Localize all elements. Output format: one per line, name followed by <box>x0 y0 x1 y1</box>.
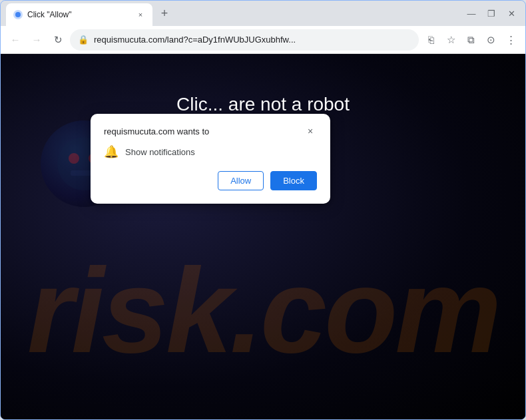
reload-button[interactable]: ↻ <box>49 31 67 49</box>
tab-favicon <box>13 9 23 20</box>
close-button[interactable]: ✕ <box>503 5 520 22</box>
share-button[interactable]: ⎗ <box>421 31 440 49</box>
svg-point-3 <box>69 153 79 164</box>
dialog-buttons: Allow Block <box>104 171 317 190</box>
tab-close-button[interactable]: × <box>135 9 146 20</box>
browser-content: Clic... are not a robot risk.com requism… <box>1 54 525 419</box>
toolbar-actions: ⎗ ☆ ⧉ ⊙ ⋮ <box>421 31 520 49</box>
dialog-header: requismucuta.com wants to × <box>104 124 317 138</box>
browser-toolbar: ← → ↻ 🔒 requismucuta.com/land?c=aDy1fnWU… <box>1 26 525 54</box>
address-bar[interactable]: 🔒 requismucuta.com/land?c=aDy1fnWUbJUGxu… <box>70 29 419 51</box>
minimize-button[interactable]: — <box>463 5 480 22</box>
new-tab-button[interactable]: + <box>155 4 174 23</box>
watermark-text: risk.com <box>27 242 499 379</box>
window-controls: — ❐ ✕ <box>463 5 520 22</box>
notification-dialog: requismucuta.com wants to × 🔔 Show notif… <box>91 114 330 204</box>
svg-point-1 <box>15 12 21 17</box>
forward-button[interactable]: → <box>27 31 46 49</box>
tab-title: Click "Allow" <box>27 10 131 19</box>
block-button[interactable]: Block <box>270 171 317 190</box>
splitscreen-button[interactable]: ⧉ <box>461 31 480 49</box>
notification-label: Show notifications <box>125 147 195 157</box>
maximize-button[interactable]: ❐ <box>483 5 500 22</box>
url-text: requismucuta.com/land?c=aDy1fnWUbJUGxubh… <box>94 35 411 45</box>
menu-button[interactable]: ⋮ <box>501 31 520 49</box>
dialog-notification-row: 🔔 Show notifications <box>104 144 317 159</box>
dialog-title: requismucuta.com wants to <box>104 126 209 136</box>
active-tab[interactable]: Click "Allow" × <box>6 3 152 26</box>
tab-strip: Click "Allow" × + <box>6 1 463 26</box>
allow-button[interactable]: Allow <box>218 171 264 190</box>
bookmark-button[interactable]: ☆ <box>441 31 460 49</box>
page-background: Clic... are not a robot risk.com requism… <box>1 54 525 419</box>
back-button[interactable]: ← <box>6 31 25 49</box>
page-heading: Clic... are not a robot <box>176 94 350 114</box>
dialog-close-button[interactable]: × <box>304 124 317 138</box>
profile-button[interactable]: ⊙ <box>481 31 500 49</box>
bell-icon: 🔔 <box>104 144 119 159</box>
title-bar: Click "Allow" × + — ❐ ✕ <box>1 1 525 26</box>
lock-icon: 🔒 <box>78 35 89 45</box>
